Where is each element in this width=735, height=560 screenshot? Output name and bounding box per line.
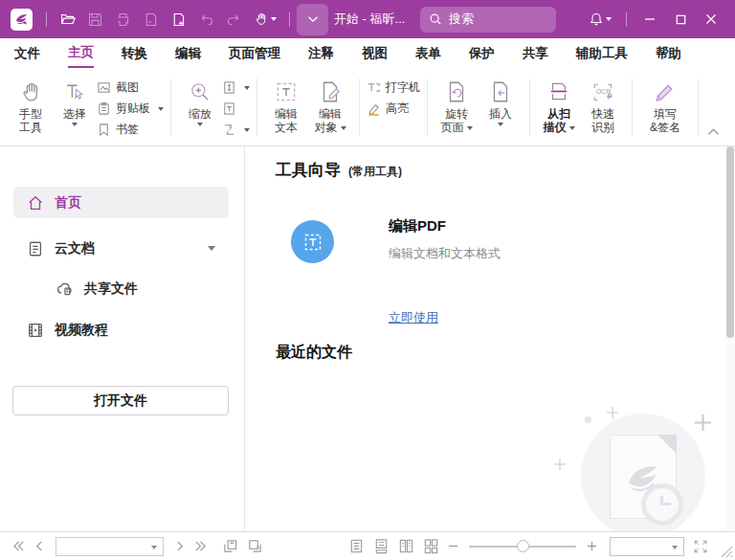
quick-ocr-button[interactable]: OCR 快速 识别 <box>581 75 625 134</box>
single-page-view-button[interactable] <box>348 537 365 556</box>
bookmark-button[interactable]: 书签 <box>97 122 164 138</box>
menu-protect[interactable]: 保护 <box>469 40 495 67</box>
new-document-button[interactable] <box>165 6 192 34</box>
open-file-icon-button[interactable] <box>54 6 81 34</box>
save-icon <box>87 11 103 28</box>
open-file-button[interactable]: 打开文件 <box>12 386 229 415</box>
zoom-slider[interactable] <box>469 540 576 553</box>
menu-share[interactable]: 共享 <box>523 40 548 67</box>
rotate-pages-button[interactable]: 旋转 页面 <box>434 75 479 134</box>
cloud-documents-expand-caret[interactable] <box>208 246 215 251</box>
rotate-dropdown-caret <box>467 126 473 130</box>
ribbon-mode-toggle-button[interactable] <box>297 4 328 35</box>
redo-button[interactable] <box>220 6 248 34</box>
next-view-button[interactable] <box>247 537 263 556</box>
sparkle-icon <box>554 459 566 470</box>
menu-form[interactable]: 表单 <box>415 40 441 67</box>
from-scanner-button[interactable]: 从扫 描仪 <box>537 75 581 134</box>
edit-object-label: 编辑 对象 <box>315 107 346 134</box>
ribbon-group-separator <box>359 78 360 136</box>
fit-page-button[interactable] <box>222 79 250 96</box>
insert-dropdown-caret <box>498 123 503 126</box>
edit-object-button[interactable]: 编辑 对象 <box>308 75 352 134</box>
page-number-dropdown-caret <box>151 546 157 549</box>
fit-text-button[interactable] <box>222 101 250 117</box>
clipboard-icon <box>97 101 111 116</box>
snapshot-button[interactable]: 截图 <box>97 79 164 96</box>
sidebar-item-video-tutorials[interactable]: 视频教程 <box>13 314 229 346</box>
last-page-button[interactable] <box>193 537 208 556</box>
menu-comment[interactable]: 注释 <box>308 40 334 67</box>
collapse-ribbon-button[interactable] <box>707 123 720 140</box>
reflow-button[interactable] <box>222 122 250 138</box>
save-button[interactable] <box>81 6 109 34</box>
continuous-view-button[interactable] <box>373 537 390 556</box>
facing-continuous-view-button[interactable] <box>423 537 439 556</box>
zoom-level-dropdown-caret <box>672 546 678 549</box>
recent-files-title: 最近的文件 <box>276 343 352 363</box>
undo-button[interactable] <box>192 6 220 34</box>
edit-text-button[interactable]: 编辑 文本 <box>264 75 308 134</box>
cloud-document-icon <box>27 240 44 258</box>
menu-page-organize[interactable]: 页面管理 <box>229 40 280 67</box>
edit-text-icon <box>274 79 299 104</box>
start-tab-title[interactable]: 开始 - 福昕... <box>334 11 409 28</box>
hand-tool-quick-button[interactable] <box>248 6 282 34</box>
bookmark-icon <box>97 123 111 137</box>
fill-sign-button[interactable]: 填写 &签名 <box>639 75 691 134</box>
hand-icon <box>19 80 43 104</box>
zoom-in-button[interactable] <box>587 537 597 556</box>
snapshot-icon <box>97 80 111 95</box>
sidebar-item-shared-files[interactable]: 共享文件 <box>13 273 229 304</box>
window-resize-grip[interactable] <box>721 546 733 558</box>
watermark-clock-icon <box>641 483 683 526</box>
menu-accessibility-tools[interactable]: 辅助工具 <box>576 40 628 67</box>
sidebar-item-cloud-documents[interactable]: 云文档 <box>13 233 229 264</box>
notifications-dropdown-caret <box>606 17 612 21</box>
title-bar: 开始 - 福昕... 搜索 <box>0 0 735 38</box>
print-button[interactable] <box>109 6 137 34</box>
sparkle-icon <box>695 414 711 431</box>
menu-convert[interactable]: 转换 <box>122 40 147 67</box>
page-number-input[interactable] <box>56 537 164 556</box>
zoom-slider-knob[interactable] <box>517 540 529 552</box>
insert-pages-button[interactable]: 插入 <box>479 75 523 128</box>
close-document-button[interactable] <box>137 6 165 34</box>
hand-tool-button[interactable]: 手型 工具 <box>9 75 53 134</box>
first-page-button[interactable] <box>11 537 26 556</box>
edit-object-dropdown-caret <box>341 126 346 130</box>
typewriter-button[interactable]: 打字机 <box>367 79 420 96</box>
vertical-scrollbar[interactable] <box>725 146 735 531</box>
minimize-button[interactable] <box>635 5 664 34</box>
sidebar-item-home[interactable]: 首页 <box>13 187 229 218</box>
select-tool-label: 选择 <box>63 107 86 121</box>
next-page-button[interactable] <box>175 537 185 556</box>
zoom-out-button[interactable] <box>448 537 458 556</box>
zoom-tool-button[interactable]: 缩放 <box>178 75 222 128</box>
menu-view[interactable]: 视图 <box>362 40 388 67</box>
zoom-out-minus-icon <box>448 541 458 551</box>
highlight-label: 高亮 <box>386 101 409 117</box>
menu-edit[interactable]: 编辑 <box>175 40 201 67</box>
close-button[interactable] <box>697 5 725 34</box>
edit-pdf-tool-card-icon[interactable] <box>291 220 334 263</box>
search-input[interactable]: 搜索 <box>420 7 556 33</box>
facing-view-button[interactable] <box>398 537 414 556</box>
highlight-button[interactable]: 高亮 <box>367 101 420 117</box>
menu-help[interactable]: 帮助 <box>656 40 681 67</box>
previous-page-button[interactable] <box>34 537 44 556</box>
use-now-link[interactable]: 立即使用 <box>389 309 438 326</box>
vertical-scrollbar-thumb[interactable] <box>726 146 734 338</box>
previous-view-button[interactable] <box>222 537 238 556</box>
menu-home[interactable]: 主页 <box>68 39 94 68</box>
clipboard-label: 剪贴板 <box>116 101 150 117</box>
bookmark-label: 书签 <box>116 122 139 138</box>
zoom-level-input[interactable] <box>610 537 684 556</box>
notifications-button[interactable] <box>583 6 617 34</box>
clipboard-button[interactable]: 剪贴板 <box>97 101 164 117</box>
fullscreen-button[interactable] <box>693 537 708 556</box>
maximize-button[interactable] <box>666 5 695 34</box>
sparkle-icon <box>607 407 618 418</box>
menu-file[interactable]: 文件 <box>14 40 40 67</box>
select-tool-button[interactable]: 选择 <box>53 75 97 128</box>
